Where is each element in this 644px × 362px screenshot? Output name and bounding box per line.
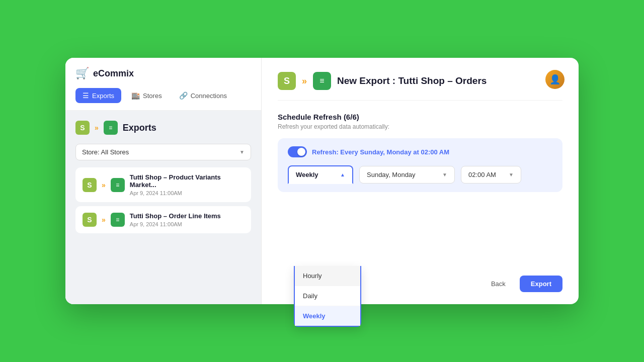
sidebar: 🛒 eCommix ☰ Exports 🏬 Stores 🔗 Connectio… — [65, 58, 262, 304]
schedule-subtitle: Refresh your exported data automatically… — [278, 123, 562, 130]
export-item-2-shopify-icon: S — [83, 213, 97, 227]
export-item-1-name: Tutti Shop – Product Variants Market... — [130, 173, 244, 189]
schedule-section: Schedule Refresh (6/6) Refresh your expo… — [278, 113, 562, 192]
days-dropdown[interactable]: Sunday, Monday ▼ — [359, 166, 455, 184]
refresh-box: Refresh: Every Sunday, Monday at 02:00 A… — [278, 138, 562, 192]
store-filter-dropdown[interactable]: Store: All Stores ▼ — [75, 144, 251, 160]
back-button[interactable]: Back — [483, 276, 514, 292]
export-button[interactable]: Export — [520, 276, 562, 292]
option-weekly-label: Weekly — [303, 312, 326, 320]
store-filter-chevron: ▼ — [239, 149, 245, 155]
export-title: New Export : Tutti Shop – Orders — [337, 75, 487, 86]
stores-icon: 🏬 — [131, 92, 140, 100]
right-panel: 👤 S » ≡ New Export : Tutti Shop – Orders… — [262, 58, 579, 304]
logo-area: 🛒 eCommix — [75, 67, 251, 80]
export-item-1[interactable]: S » ≡ Tutti Shop – Product Variants Mark… — [75, 167, 251, 202]
nav-tab-connections-label: Connections — [191, 92, 227, 100]
time-dropdown[interactable]: 02:00 AM ▼ — [461, 166, 521, 184]
frequency-dropdown[interactable]: Weekly ▲ — [288, 165, 353, 184]
toggle-switch[interactable] — [288, 146, 307, 157]
frequency-dropdown-menu: Hourly Daily Weekly — [294, 266, 361, 327]
shopify-icon-medium: S — [278, 72, 296, 90]
time-chevron-icon: ▼ — [509, 172, 514, 177]
time-selected: 02:00 AM — [468, 171, 496, 178]
nav-tab-exports[interactable]: ☰ Exports — [75, 88, 121, 103]
days-chevron-icon: ▼ — [442, 172, 447, 177]
option-weekly[interactable]: Weekly — [295, 306, 360, 326]
sidebar-content: S » ≡ Exports Store: All Stores ▼ S » ≡ … — [65, 111, 261, 304]
export-item-2-info: Tutti Shop – Order Line Items Apr 9, 202… — [130, 212, 244, 227]
toggle-knob — [297, 148, 305, 156]
sidebar-header: 🛒 eCommix ☰ Exports 🏬 Stores 🔗 Connectio… — [65, 58, 261, 111]
arrow-double-icon: » — [95, 124, 99, 132]
nav-tab-stores[interactable]: 🏬 Stores — [124, 88, 169, 103]
nav-tabs: ☰ Exports 🏬 Stores 🔗 Connections — [75, 88, 251, 103]
export-item-2-name: Tutti Shop – Order Line Items — [130, 212, 244, 220]
logo-icon: 🛒 — [75, 67, 89, 80]
avatar-image: 👤 — [545, 70, 565, 89]
export-item-2-arrow: » — [102, 216, 106, 224]
connections-icon: 🔗 — [179, 92, 188, 100]
sheets-icon-medium: ≡ — [313, 72, 331, 90]
refresh-toggle-row: Refresh: Every Sunday, Monday at 02:00 A… — [288, 146, 552, 157]
shopify-icon-small: S — [75, 121, 90, 135]
export-item-2-sheets-icon: ≡ — [111, 213, 125, 227]
option-daily-label: Daily — [303, 292, 317, 300]
frequency-chevron-icon: ▲ — [340, 172, 345, 177]
frequency-selected: Weekly — [296, 171, 318, 178]
nav-tab-stores-label: Stores — [143, 92, 162, 100]
days-selected: Sunday, Monday — [367, 171, 416, 178]
schedule-title: Schedule Refresh (6/6) — [278, 113, 562, 121]
option-hourly[interactable]: Hourly — [295, 266, 360, 286]
export-item-1-sheets-icon: ≡ — [111, 178, 125, 192]
app-name: eCommix — [93, 68, 134, 79]
export-list: S » ≡ Tutti Shop – Product Variants Mark… — [75, 167, 251, 233]
export-item-1-info: Tutti Shop – Product Variants Market... … — [130, 173, 244, 196]
export-item-2-date: Apr 9, 2024 11:00AM — [130, 221, 244, 227]
refresh-text: Refresh: Every Sunday, Monday at 02:00 A… — [312, 148, 449, 156]
dropdowns-row: Weekly ▲ Sunday, Monday ▼ 02:00 AM ▼ — [288, 165, 552, 184]
nav-tab-connections[interactable]: 🔗 Connections — [172, 88, 234, 103]
export-item-2[interactable]: S » ≡ Tutti Shop – Order Line Items Apr … — [75, 206, 251, 233]
option-hourly-label: Hourly — [303, 272, 322, 280]
option-daily[interactable]: Daily — [295, 286, 360, 306]
arrow-double-md-icon: » — [302, 76, 307, 86]
exports-section-header: S » ≡ Exports — [75, 121, 251, 135]
export-item-1-shopify-icon: S — [83, 178, 97, 192]
exports-section-title: Exports — [123, 123, 156, 133]
nav-tab-exports-label: Exports — [92, 92, 114, 100]
sheets-icon-small: ≡ — [104, 121, 118, 135]
export-item-1-arrow: » — [102, 181, 106, 189]
avatar: 👤 — [545, 70, 565, 89]
export-item-1-date: Apr 9, 2024 11:00AM — [130, 190, 244, 196]
export-header: S » ≡ New Export : Tutti Shop – Orders — [278, 72, 562, 101]
exports-icon: ☰ — [83, 92, 89, 100]
store-filter-label: Store: All Stores — [82, 148, 129, 156]
